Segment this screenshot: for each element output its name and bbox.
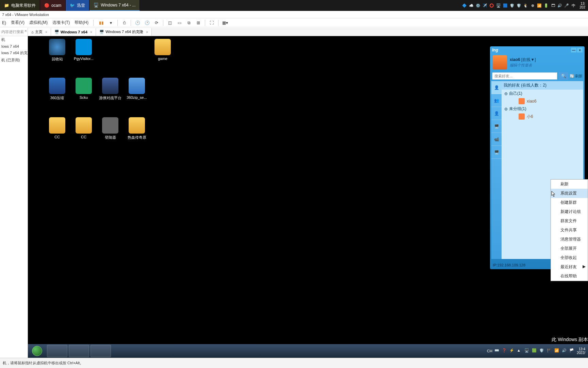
- desktop-icon[interactable]: Scku: [71, 78, 97, 99]
- tray-icon[interactable]: 🏴: [547, 348, 552, 354]
- layout-button[interactable]: ⧉: [186, 20, 192, 26]
- desktop-icon[interactable]: CC: [44, 117, 70, 139]
- tray-icon[interactable]: 🐧: [523, 3, 528, 8]
- desktop-icon[interactable]: 360压缩: [44, 78, 70, 101]
- tray-icon[interactable]: ⌨️: [494, 348, 500, 354]
- network-icon[interactable]: 📶: [554, 348, 560, 354]
- minimize-button[interactable]: —: [571, 48, 576, 52]
- sidebar-item[interactable]: lows 7 x64: [0, 43, 28, 49]
- ime-icon[interactable]: 中: [571, 3, 576, 8]
- start-button[interactable]: [28, 344, 46, 358]
- nav-groups[interactable]: 👥: [491, 94, 502, 107]
- nav-remote[interactable]: 🖥️: [491, 146, 502, 159]
- context-menu-item[interactable]: 新建讨论组: [551, 207, 588, 216]
- friend-item[interactable]: xiao6: [502, 97, 583, 105]
- collapse-icon[interactable]: ⊖: [504, 107, 508, 111]
- im-status[interactable]: [在线▼]: [521, 57, 536, 62]
- taskbar-item[interactable]: [91, 345, 111, 357]
- nav-monitor[interactable]: 🖥️: [491, 120, 502, 133]
- chevron-up-icon[interactable]: ▲: [517, 348, 522, 354]
- snapshot-manager-button[interactable]: ⟳: [153, 20, 160, 26]
- fullscreen-button[interactable]: ⛶: [209, 20, 215, 26]
- pause-button[interactable]: ▮▮: [98, 20, 104, 26]
- desktop-icon[interactable]: 登陆器: [97, 117, 123, 140]
- tray-icon[interactable]: ⭕: [489, 3, 494, 8]
- search-button[interactable]: 🔍: [559, 72, 568, 80]
- tray-icon[interactable]: ❓: [502, 348, 507, 354]
- context-menu-item[interactable]: 创建新群: [551, 198, 588, 207]
- tray-icon[interactable]: 🔷: [462, 3, 467, 8]
- close-tab-icon[interactable]: ×: [45, 30, 47, 34]
- tray-icon[interactable]: ⊕: [530, 3, 535, 8]
- flag-icon[interactable]: 🏳️: [569, 348, 575, 354]
- taskbar-item[interactable]: [47, 345, 67, 357]
- context-menu-item[interactable]: 全部展开: [551, 244, 588, 253]
- layout-button[interactable]: ⊞: [195, 20, 201, 26]
- im-signature[interactable]: 编辑个性签名: [510, 63, 536, 68]
- volume-icon[interactable]: 🔊: [557, 3, 562, 8]
- nav-friends[interactable]: 👤: [491, 81, 502, 94]
- tray-icon[interactable]: ✈️: [482, 3, 488, 8]
- ime-indicator[interactable]: CH: [487, 349, 492, 353]
- context-menu-item[interactable]: 文件共享: [551, 226, 588, 235]
- desktop-icon[interactable]: CC: [71, 117, 97, 139]
- tray-icon[interactable]: 🖥️: [524, 348, 530, 354]
- close-sidebar-button[interactable]: ×: [24, 29, 27, 33]
- snapshot-button[interactable]: 🕐: [134, 20, 141, 26]
- desktop-icon[interactable]: 热血传奇原: [124, 117, 150, 140]
- tray-icon[interactable]: 📶: [537, 3, 542, 8]
- send-button[interactable]: ⎙: [121, 20, 127, 26]
- sidebar-item[interactable]: 机: [0, 36, 28, 43]
- context-menu-item[interactable]: 全部收起: [551, 253, 588, 262]
- menu-help[interactable]: 帮助(H): [75, 20, 88, 26]
- unity-button[interactable]: ▦▾: [222, 20, 228, 26]
- im-title-bar[interactable]: Ing — ×: [490, 46, 585, 54]
- tray-icon[interactable]: 🟦: [503, 3, 508, 8]
- sidebar-search[interactable]: 内容进行搜索: [0, 28, 28, 36]
- close-tab-icon[interactable]: ×: [146, 30, 148, 34]
- layout-button[interactable]: ◫: [167, 20, 173, 26]
- host-task-ocam[interactable]: 🔴 ocam: [40, 0, 66, 11]
- tray-icon[interactable]: ⚡: [509, 348, 515, 354]
- nav-contacts[interactable]: 👤: [491, 107, 502, 120]
- sidebar-item[interactable]: 机 (已弃用): [0, 57, 28, 64]
- desktop-icon[interactable]: 360zip_se...: [124, 78, 150, 99]
- guest-clock[interactable]: 13:4 2022/: [577, 347, 585, 355]
- menu-vm[interactable]: 虚拟机(M): [29, 20, 48, 26]
- tray-icon[interactable]: 🟩: [532, 348, 537, 354]
- snapshot-button[interactable]: 🕐: [144, 20, 150, 26]
- tray-icon[interactable]: ☁️: [469, 3, 474, 8]
- desktop-icon[interactable]: PgyVisitor...: [71, 39, 97, 61]
- menu-tabs[interactable]: 选项卡(T): [52, 20, 70, 26]
- friend-group[interactable]: ⊖ 自己(1): [502, 90, 583, 97]
- context-menu-item[interactable]: 刷新: [551, 180, 588, 189]
- tray-icon[interactable]: 🔋: [543, 3, 549, 8]
- context-menu-item[interactable]: 最近好友▶: [551, 262, 588, 272]
- tray-icon[interactable]: 🛡️: [516, 3, 522, 8]
- guest-desktop[interactable]: 回收站PgyVisitor...game360压缩Scku游侠对战平台360zi…: [28, 36, 588, 358]
- tab-vm[interactable]: 🖥️ Windows 7 x64 ×: [51, 28, 96, 36]
- tab-home[interactable]: ⌂ 主页 ×: [28, 28, 51, 36]
- friend-item[interactable]: 小6: [502, 113, 583, 120]
- desktop-icon[interactable]: 回收站: [44, 39, 70, 62]
- host-task-vmware[interactable]: 🖥️ Windows 7 x64 - ...: [89, 0, 140, 11]
- tray-icon[interactable]: 🗔: [550, 3, 556, 8]
- context-menu-item[interactable]: 在线帮助: [551, 272, 588, 281]
- friend-group[interactable]: ⊖ 未分组(1): [502, 105, 583, 113]
- tray-icon[interactable]: 🖥️: [496, 3, 501, 8]
- dropdown-icon[interactable]: ▾: [108, 20, 114, 26]
- menu-view[interactable]: 查看(V): [11, 20, 24, 26]
- host-task-xunlei[interactable]: 🐦 迅雷: [66, 0, 89, 11]
- tray-icon[interactable]: 🛡️: [509, 3, 515, 8]
- taskbar-item[interactable]: [69, 345, 89, 357]
- desktop-icon[interactable]: game: [150, 39, 176, 61]
- tray-icon[interactable]: ⚙️: [475, 3, 481, 8]
- context-menu-item[interactable]: 群发文件: [551, 216, 588, 226]
- refresh-button[interactable]: 🔄 刷新: [570, 74, 583, 79]
- context-menu-item[interactable]: 系统设置: [551, 189, 588, 198]
- tray-icon[interactable]: 🛡️: [539, 348, 545, 354]
- nav-video[interactable]: 📹: [491, 133, 502, 146]
- friend-group-header[interactable]: 我的好友 (在线人数：2): [502, 81, 583, 90]
- volume-icon[interactable]: 🔊: [562, 348, 567, 354]
- collapse-icon[interactable]: ⊖: [504, 91, 508, 96]
